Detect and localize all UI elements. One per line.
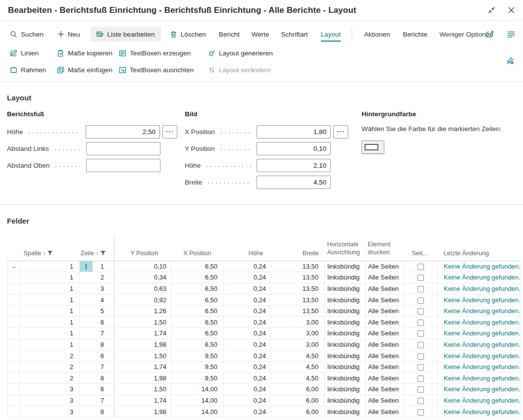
cell-spalte[interactable]: 1: [19, 261, 80, 272]
cell-horizontale[interactable]: linksbündig: [325, 373, 366, 384]
cell-seit[interactable]: [404, 350, 438, 362]
row-selector-cell[interactable]: [7, 339, 19, 350]
cell-x[interactable]: 14,00: [171, 406, 223, 418]
header-x-position[interactable]: X Position: [171, 235, 223, 261]
cell-breite[interactable]: 13,50: [270, 294, 325, 306]
copy-measures-button[interactable]: Maße kopieren: [57, 49, 119, 57]
cell-horizontale[interactable]: linksbündig: [325, 305, 366, 317]
modify-layout-button-disabled[interactable]: Layout verändern: [208, 66, 523, 74]
cell-element[interactable]: Alle Seiten: [366, 384, 404, 395]
cell-element[interactable]: Alle Seiten: [366, 294, 404, 306]
fasttab-felder-title[interactable]: Felder: [7, 217, 29, 225]
actions-menu[interactable]: Aktionen: [364, 31, 390, 38]
row-selector-cell[interactable]: [7, 395, 19, 406]
cell-y[interactable]: 1,74: [114, 361, 171, 373]
cell-breite[interactable]: 3,00: [270, 328, 325, 339]
cell-spalte[interactable]: 1: [19, 272, 80, 283]
seit-checkbox[interactable]: [418, 330, 424, 337]
cell-seit[interactable]: [404, 406, 438, 418]
row-selector-cell[interactable]: [7, 283, 19, 294]
cell-spalte[interactable]: 1: [19, 317, 80, 328]
cell-letzte[interactable]: Keine Änderung gefunden.: [438, 294, 521, 306]
cell-element[interactable]: Alle Seiten: [366, 406, 404, 418]
cell-seit[interactable]: [404, 373, 438, 384]
cell-breite[interactable]: 4,50: [270, 373, 325, 384]
cell-spalte[interactable]: 3: [19, 406, 80, 418]
cell-spalte[interactable]: 1: [19, 305, 80, 317]
cell-zeile[interactable]: 4: [80, 294, 114, 306]
x-position-input[interactable]: [257, 125, 331, 139]
cell-zeile[interactable]: 6: [80, 384, 114, 395]
cell-y[interactable]: 1,26: [114, 305, 171, 317]
create-textboxes-button[interactable]: TextBoxen erzeugen: [119, 49, 208, 57]
cell-y[interactable]: 1,98: [114, 373, 171, 384]
seit-checkbox[interactable]: [418, 297, 424, 304]
cell-element[interactable]: Alle Seiten: [366, 361, 404, 373]
row-selector-cell[interactable]: [7, 384, 19, 395]
header-element-drucken[interactable]: Element drucken: [366, 235, 404, 261]
cell-letzte[interactable]: Keine Änderung gefunden.: [438, 406, 521, 418]
cell-horizontale[interactable]: linksbündig: [325, 283, 366, 294]
cell-y[interactable]: 1,50: [114, 350, 171, 362]
insert-measures-button[interactable]: Maße einfügen: [57, 66, 119, 74]
cell-letzte[interactable]: Keine Änderung gefunden.: [438, 339, 521, 350]
y-position-input[interactable]: [257, 142, 331, 155]
frames-button[interactable]: Rahmen: [10, 66, 57, 74]
header-zeile[interactable]: Zeile ↑: [80, 235, 114, 261]
cell-letzte[interactable]: Keine Änderung gefunden.: [438, 328, 521, 339]
font-menu[interactable]: Schriftart: [281, 31, 308, 38]
cell-breite[interactable]: 13,50: [270, 272, 325, 283]
row-selector-cell[interactable]: [7, 272, 19, 283]
cell-seit[interactable]: [404, 294, 438, 306]
cell-breite[interactable]: 4,50: [270, 350, 325, 362]
cell-breite[interactable]: 13,50: [270, 283, 325, 294]
cell-seit[interactable]: [404, 317, 438, 328]
cell-element[interactable]: Alle Seiten: [366, 395, 404, 406]
cell-horizontale[interactable]: linksbündig: [325, 328, 366, 339]
cell-letzte[interactable]: Keine Änderung gefunden.: [438, 350, 521, 362]
cell-horizontale[interactable]: linksbündig: [325, 317, 366, 328]
row-selector-cell[interactable]: [7, 305, 19, 317]
cell-spalte[interactable]: 2: [19, 361, 80, 373]
cell-horizontale[interactable]: linksbündig: [325, 384, 366, 395]
cell-element[interactable]: Alle Seiten: [366, 305, 404, 317]
details-list-icon[interactable]: [507, 31, 515, 38]
cell-element[interactable]: Alle Seiten: [366, 339, 404, 350]
row-context-menu-button[interactable]: ⋮: [80, 261, 93, 272]
cell-letzte[interactable]: Keine Änderung gefunden.: [438, 305, 521, 317]
cell-zeile[interactable]: 8: [80, 339, 114, 350]
edit-list-button[interactable]: Liste bearbeiten: [90, 27, 161, 42]
cell-y[interactable]: 1,74: [114, 328, 171, 339]
cell-hoehe[interactable]: 0,24: [223, 328, 270, 339]
cell-y[interactable]: 0,92: [114, 294, 171, 306]
cell-spalte[interactable]: 1: [19, 339, 80, 350]
cell-hoehe[interactable]: 0,24: [223, 283, 270, 294]
cell-letzte[interactable]: Keine Änderung gefunden.: [438, 261, 521, 272]
abstand-oben-input[interactable]: [86, 159, 160, 172]
cell-horizontale[interactable]: linksbündig: [325, 350, 366, 362]
cell-breite[interactable]: 6,00: [270, 395, 325, 406]
cell-horizontale[interactable]: linksbündig: [325, 361, 366, 373]
header-hoehe[interactable]: Höhe: [223, 235, 270, 261]
seit-checkbox[interactable]: [418, 275, 424, 281]
header-y-position[interactable]: Y Position: [114, 235, 171, 261]
new-button[interactable]: Neu: [57, 31, 80, 38]
cell-breite[interactable]: 4,50: [270, 361, 325, 373]
cell-x[interactable]: 6,50: [171, 305, 223, 317]
cell-hoehe[interactable]: 0,24: [223, 373, 270, 384]
lines-button[interactable]: Linien: [10, 49, 57, 57]
close-icon[interactable]: [508, 6, 515, 14]
cell-zeile[interactable]: 7: [80, 361, 114, 373]
cell-seit[interactable]: [404, 339, 438, 350]
cell-horizontale[interactable]: linksbündig: [325, 406, 366, 418]
cell-hoehe[interactable]: 0,24: [223, 305, 270, 317]
row-selector-cell[interactable]: [7, 328, 19, 339]
header-letzte-aenderung[interactable]: Letzte Änderung: [438, 235, 521, 261]
cell-hoehe[interactable]: 0,24: [223, 395, 270, 406]
cell-element[interactable]: Alle Seiten: [366, 261, 404, 272]
cell-breite[interactable]: 13,50: [270, 305, 325, 317]
fasttab-layout-title[interactable]: Layout: [7, 93, 31, 102]
cell-hoehe[interactable]: 0,24: [223, 261, 270, 272]
header-horizontale-ausrichtung[interactable]: Horizontale Ausrichtung: [325, 235, 366, 261]
header-spalte[interactable]: Spalte ↑: [19, 235, 80, 261]
